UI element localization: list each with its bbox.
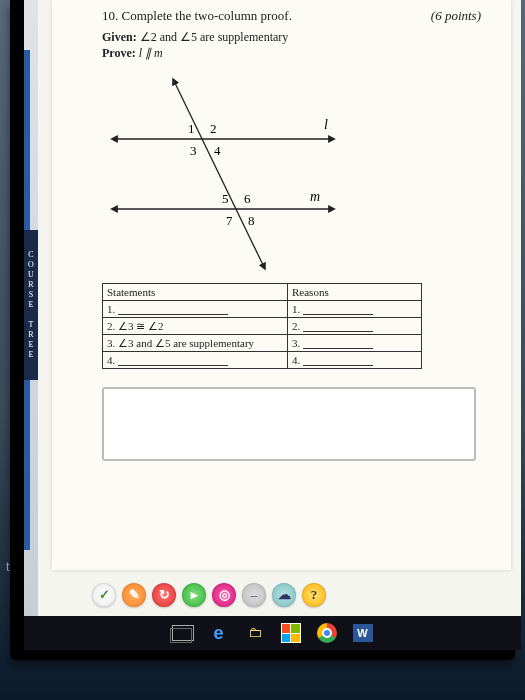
play-icon[interactable]: ▸ xyxy=(182,583,206,607)
question-points: (6 points) xyxy=(431,8,481,24)
reasons-header: Reasons xyxy=(288,284,422,301)
row1-reason-blank[interactable] xyxy=(303,304,373,315)
table-row: 2. ∠3 ≅ ∠2 2. xyxy=(103,318,422,335)
row4-statement-blank[interactable] xyxy=(118,355,228,366)
prove-label: Prove: xyxy=(102,46,136,60)
given-label: Given: xyxy=(102,30,137,44)
check-icon[interactable]: ✓ xyxy=(92,583,116,607)
course-tree-tab[interactable]: COURSE TREE xyxy=(24,230,38,380)
windows-taskbar: e 🗀 W xyxy=(24,616,521,650)
row4-num: 4. xyxy=(107,354,115,366)
line-m-label: m xyxy=(310,189,320,204)
given-text: ∠2 and ∠5 are supplementary xyxy=(140,30,289,44)
given-prove-block: Given: ∠2 and ∠5 are supplementary Prove… xyxy=(102,30,481,61)
chrome-icon[interactable] xyxy=(316,622,338,644)
angle-2: 2 xyxy=(210,121,217,136)
edge-browser-icon[interactable]: e xyxy=(208,622,230,644)
row3-reason-blank[interactable] xyxy=(303,338,373,349)
table-row: 3. ∠3 and ∠5 are supplementary 3. xyxy=(103,335,422,352)
row3-num: 3. xyxy=(107,337,115,349)
angle-5: 5 xyxy=(222,191,229,206)
question-number: 10. xyxy=(102,8,118,23)
pencil-icon[interactable]: ✎ xyxy=(122,583,146,607)
help-icon[interactable]: ? xyxy=(302,583,326,607)
photo-scene: thing. COURSE TREE 10. Complete the two-… xyxy=(0,0,525,700)
row1-num: 1. xyxy=(107,303,115,315)
row2-reason-blank[interactable] xyxy=(303,321,373,332)
mute-icon[interactable]: – xyxy=(242,583,266,607)
angle-1: 1 xyxy=(188,121,195,136)
question-header: 10. Complete the two-column proof. (6 po… xyxy=(102,8,481,24)
word-icon[interactable]: W xyxy=(352,622,374,644)
statements-header: Statements xyxy=(103,284,288,301)
row3-statement: ∠3 and ∠5 are supplementary xyxy=(118,337,254,349)
row2-reason-num: 2. xyxy=(292,320,300,332)
answer-input-box[interactable] xyxy=(102,387,476,461)
angle-3: 3 xyxy=(190,143,197,158)
angle-6: 6 xyxy=(244,191,251,206)
row1-reason-num: 1. xyxy=(292,303,300,315)
row2-num: 2. xyxy=(107,320,115,332)
table-row: 4. 4. xyxy=(103,352,422,369)
question-prompt: Complete the two-column proof. xyxy=(122,8,292,23)
row2-statement: ∠3 ≅ ∠2 xyxy=(118,320,164,332)
prove-text: l ∥ m xyxy=(139,46,163,60)
question-number-prompt: 10. Complete the two-column proof. xyxy=(102,8,292,24)
angle-7: 7 xyxy=(226,213,233,228)
angle-4: 4 xyxy=(214,143,221,158)
cloud-icon[interactable]: ☁ xyxy=(272,583,296,607)
two-column-proof-table: Statements Reasons 1. 1. 2. ∠3 ≅ ∠2 2. 3… xyxy=(102,283,422,369)
refresh-icon[interactable]: ↻ xyxy=(152,583,176,607)
target-icon[interactable]: ◎ xyxy=(212,583,236,607)
row1-statement-blank[interactable] xyxy=(118,304,228,315)
worksheet-page: 10. Complete the two-column proof. (6 po… xyxy=(52,0,511,570)
microsoft-store-icon[interactable] xyxy=(280,622,302,644)
parallel-lines-diagram: l m 1 2 3 4 5 6 7 8 xyxy=(102,71,372,271)
angle-8: 8 xyxy=(248,213,255,228)
row4-reason-num: 4. xyxy=(292,354,300,366)
lesson-toolbar: ✓ ✎ ↻ ▸ ◎ – ☁ ? xyxy=(52,578,511,612)
file-explorer-icon[interactable]: 🗀 xyxy=(244,622,266,644)
monitor-frame: COURSE TREE 10. Complete the two-column … xyxy=(10,0,515,660)
line-l-label: l xyxy=(324,117,328,132)
table-row: 1. 1. xyxy=(103,301,422,318)
row4-reason-blank[interactable] xyxy=(303,355,373,366)
task-view-icon[interactable] xyxy=(172,622,194,644)
screen: COURSE TREE 10. Complete the two-column … xyxy=(24,0,521,650)
row3-reason-num: 3. xyxy=(292,337,300,349)
transversal xyxy=(174,81,264,267)
